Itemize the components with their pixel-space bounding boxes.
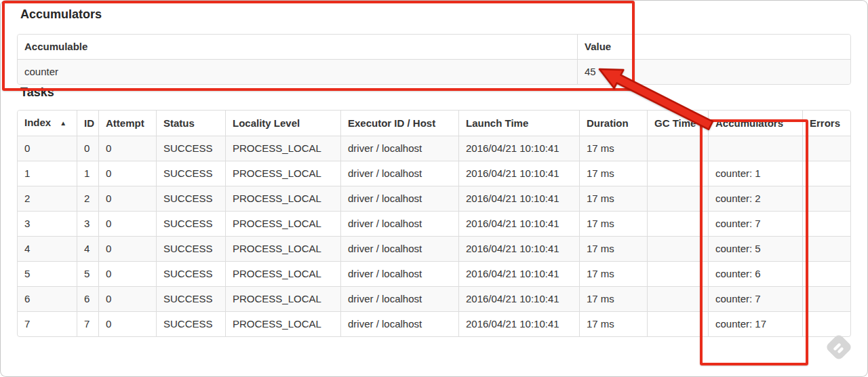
column-header[interactable]: Errors bbox=[802, 111, 850, 136]
table-cell: counter bbox=[18, 59, 577, 84]
table-cell: 0 bbox=[98, 311, 156, 336]
table-cell: 7 bbox=[18, 311, 77, 336]
table-cell: 17 ms bbox=[579, 136, 647, 161]
table-cell: PROCESS_LOCAL bbox=[225, 136, 340, 161]
table-cell: SUCCESS bbox=[156, 311, 225, 336]
accumulators-heading: Accumulators bbox=[20, 7, 868, 22]
table-cell: 2016/04/21 10:10:41 bbox=[458, 186, 579, 211]
table-cell: PROCESS_LOCAL bbox=[225, 311, 340, 336]
table-cell: 1 bbox=[77, 161, 98, 186]
table-cell: counter: 1 bbox=[708, 161, 802, 186]
table-cell: 0 bbox=[98, 286, 156, 311]
table-cell bbox=[802, 136, 850, 161]
table-cell: 17 ms bbox=[579, 161, 647, 186]
table-cell: SUCCESS bbox=[156, 136, 225, 161]
table-cell: counter: 7 bbox=[708, 211, 802, 236]
table-cell: SUCCESS bbox=[156, 161, 225, 186]
column-header[interactable]: Attempt bbox=[98, 111, 156, 136]
table-cell: 3 bbox=[77, 211, 98, 236]
table-cell: SUCCESS bbox=[156, 236, 225, 261]
table-row: 660SUCCESSPROCESS_LOCALdriver / localhos… bbox=[18, 286, 850, 311]
table-row: 440SUCCESSPROCESS_LOCALdriver / localhos… bbox=[18, 236, 850, 261]
table-cell: 2016/04/21 10:10:41 bbox=[458, 211, 579, 236]
column-header[interactable]: Accumulable bbox=[18, 35, 577, 59]
column-header[interactable]: ID bbox=[77, 111, 98, 136]
table-cell: driver / localhost bbox=[340, 186, 458, 211]
table-cell: driver / localhost bbox=[340, 261, 458, 286]
accumulable-table: AccumulableValuecounter45 bbox=[17, 34, 851, 85]
table-cell: 0 bbox=[98, 136, 156, 161]
table-cell: PROCESS_LOCAL bbox=[225, 286, 340, 311]
table-cell: 2016/04/21 10:10:41 bbox=[458, 261, 579, 286]
table-cell: counter: 6 bbox=[708, 261, 802, 286]
table-cell: counter: 5 bbox=[708, 236, 802, 261]
table-cell: 2 bbox=[18, 186, 77, 211]
table-cell: 2016/04/21 10:10:41 bbox=[458, 136, 579, 161]
accumulators-section: Accumulators AccumulableValuecounter45 bbox=[17, 7, 868, 85]
header-row: Index▲IDAttemptStatusLocality LevelExecu… bbox=[18, 111, 850, 136]
tasks-section: Tasks Index▲IDAttemptStatusLocality Leve… bbox=[17, 85, 868, 337]
table-cell: driver / localhost bbox=[340, 211, 458, 236]
table-cell: 17 ms bbox=[579, 311, 647, 336]
column-header[interactable]: Locality Level bbox=[225, 111, 340, 136]
tasks-heading: Tasks bbox=[20, 85, 868, 100]
header-row: AccumulableValue bbox=[18, 35, 850, 59]
table-cell: 0 bbox=[98, 186, 156, 211]
table-cell: PROCESS_LOCAL bbox=[225, 161, 340, 186]
column-header[interactable]: Launch Time bbox=[458, 111, 579, 136]
table-cell: 2016/04/21 10:10:41 bbox=[458, 161, 579, 186]
table-cell: 5 bbox=[77, 261, 98, 286]
table-cell: 17 ms bbox=[579, 186, 647, 211]
table-cell: 5 bbox=[18, 261, 77, 286]
table-cell bbox=[802, 161, 850, 186]
table-cell: driver / localhost bbox=[340, 236, 458, 261]
column-header[interactable]: Executor ID / Host bbox=[340, 111, 458, 136]
column-header[interactable]: Value bbox=[577, 35, 850, 59]
table-row: counter45 bbox=[18, 59, 850, 84]
table-row: 110SUCCESSPROCESS_LOCALdriver / localhos… bbox=[18, 161, 850, 186]
table-cell: counter: 17 bbox=[708, 311, 802, 336]
table-cell: 0 bbox=[18, 136, 77, 161]
column-header[interactable]: Accumulators bbox=[708, 111, 802, 136]
table-cell: SUCCESS bbox=[156, 186, 225, 211]
table-cell: 17 ms bbox=[579, 261, 647, 286]
table-cell bbox=[802, 286, 850, 311]
table-cell: SUCCESS bbox=[156, 261, 225, 286]
table-cell: 1 bbox=[18, 161, 77, 186]
table-cell bbox=[647, 261, 708, 286]
table-cell: 2016/04/21 10:10:41 bbox=[458, 311, 579, 336]
table-cell: PROCESS_LOCAL bbox=[225, 261, 340, 286]
sort-ascending-icon: ▲ bbox=[60, 119, 66, 127]
table-cell: 0 bbox=[98, 236, 156, 261]
table-cell bbox=[647, 286, 708, 311]
window-frame: Accumulators AccumulableValuecounter45 T… bbox=[0, 0, 868, 377]
table-cell: 17 ms bbox=[579, 236, 647, 261]
table-cell bbox=[647, 186, 708, 211]
table-cell: 0 bbox=[77, 136, 98, 161]
table-cell: 6 bbox=[77, 286, 98, 311]
table-cell bbox=[647, 236, 708, 261]
table-cell: counter: 7 bbox=[708, 286, 802, 311]
table-cell bbox=[802, 236, 850, 261]
table-cell: SUCCESS bbox=[156, 286, 225, 311]
table-cell: driver / localhost bbox=[340, 286, 458, 311]
table-cell: driver / localhost bbox=[340, 136, 458, 161]
table-cell: driver / localhost bbox=[340, 311, 458, 336]
table-cell: PROCESS_LOCAL bbox=[225, 211, 340, 236]
column-header[interactable]: Index▲ bbox=[18, 111, 77, 136]
column-header[interactable]: Duration bbox=[579, 111, 647, 136]
table-cell: 2016/04/21 10:10:41 bbox=[458, 236, 579, 261]
table-cell bbox=[647, 136, 708, 161]
table-cell: driver / localhost bbox=[340, 161, 458, 186]
table-cell bbox=[802, 261, 850, 286]
table-cell: 7 bbox=[77, 311, 98, 336]
column-header[interactable]: Status bbox=[156, 111, 225, 136]
tasks-table: Index▲IDAttemptStatusLocality LevelExecu… bbox=[17, 110, 851, 337]
column-header[interactable]: GC Time bbox=[647, 111, 708, 136]
table-cell bbox=[802, 311, 850, 336]
table-cell: SUCCESS bbox=[156, 211, 225, 236]
table-cell: PROCESS_LOCAL bbox=[225, 186, 340, 211]
table-cell bbox=[708, 136, 802, 161]
table-cell: 2016/04/21 10:10:41 bbox=[458, 286, 579, 311]
table-cell bbox=[802, 211, 850, 236]
